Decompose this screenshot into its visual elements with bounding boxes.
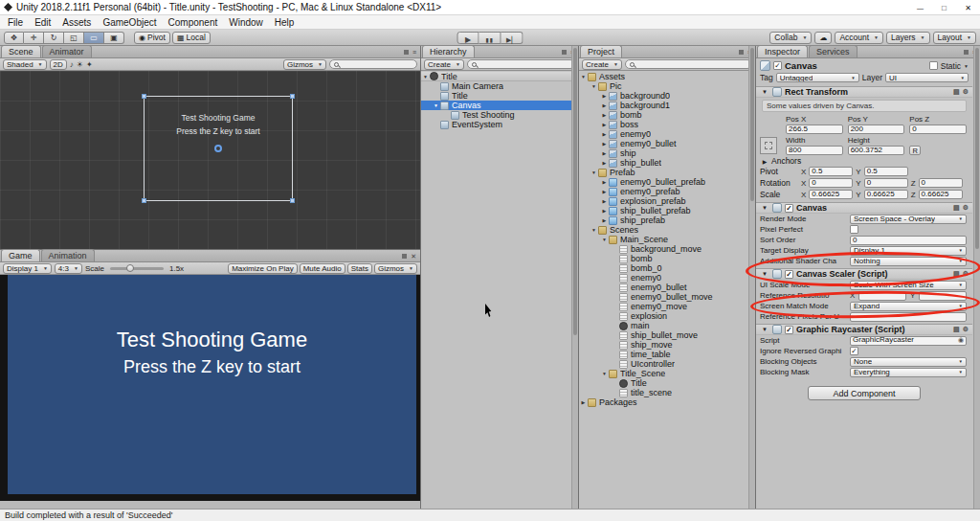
project-item-title[interactable]: Title [579,378,755,388]
enabled-checkbox[interactable] [785,270,793,279]
scene-gizmos-dropdown[interactable]: Gizmos [283,59,326,70]
mute-audio-button[interactable]: Mute Audio [300,263,345,274]
expand-arrow-icon[interactable]: ▶ [600,179,609,185]
project-item-title-scene[interactable]: title_scene [579,388,755,397]
hierarchy-scrollbar[interactable] [571,46,578,509]
project-item-enemy0-move[interactable]: enemy0_move [579,302,755,311]
expand-arrow-icon[interactable]: ▶ [600,122,609,127]
property-dropdown[interactable]: Expand [850,302,967,311]
gear-icon[interactable]: ⚙ [963,270,969,278]
local-toggle-button[interactable]: ▦Local [172,32,211,44]
expand-arrow-icon[interactable]: ▶ [600,160,609,166]
tab-game[interactable]: Game [1,249,40,261]
project-item-ship[interactable]: ▶ship [579,148,755,158]
cloud-button[interactable]: ☁ [814,32,832,44]
rotation-x-field[interactable]: 0 [809,178,853,188]
expand-arrow-icon[interactable]: ▶ [600,141,609,147]
maximize-on-play-button[interactable]: Maximize On Play [228,263,297,274]
tab-animation[interactable]: Animation [41,249,95,261]
project-item-ship-move[interactable]: ship_move [579,340,755,350]
scale-z-field[interactable]: 0.66625 [919,190,963,199]
scene-lighting-icon[interactable]: ☀ [77,60,83,69]
scene-viewport[interactable]: Test Shooting Game Press the Z key to st… [0,71,420,249]
close-button[interactable] [956,0,980,14]
menu-file[interactable]: File [2,17,29,28]
project-item-pic[interactable]: ▼Pic [579,81,755,91]
expand-arrow-icon[interactable]: ▶ [600,189,609,194]
gear-icon[interactable]: ⚙ [963,88,969,96]
menu-window[interactable]: Window [223,17,269,28]
project-item-background1[interactable]: ▶background1 [579,101,755,110]
expand-arrow-icon[interactable]: ▼ [600,237,609,242]
expand-arrow-icon[interactable]: ▼ [760,327,769,332]
move-tool-button[interactable]: ✛ [24,32,44,44]
expand-arrow-icon[interactable]: ▼ [579,74,588,79]
layout-button[interactable]: Layout [933,32,976,44]
gear-icon[interactable]: ⚙ [963,326,969,333]
expand-arrow-icon[interactable]: ▼ [590,170,598,175]
lock-icon[interactable] [402,254,407,259]
scrollbar-thumb[interactable] [750,48,754,201]
project-item-enemy0-bullet[interactable]: ▶enemy0_bullet [579,139,755,148]
hierarchy-item-title[interactable]: ▼Title [421,72,578,81]
project-item-enemy0[interactable]: enemy0 [579,273,755,283]
maximize-button[interactable] [932,0,956,14]
2d-toggle-button[interactable]: 2D [50,59,67,70]
project-item-bomb-0[interactable]: bomb_0 [579,263,755,273]
property-dropdown[interactable]: Display 1 [850,246,967,256]
project-item-prefab[interactable]: ▼Prefab [579,168,755,177]
project-create-button[interactable]: Create [582,59,622,70]
property-dropdown[interactable]: Everything [850,368,967,377]
scene-effects-icon[interactable]: ✦ [86,60,93,69]
project-item-enemy0[interactable]: ▶enemy0 [579,129,755,139]
stats-button[interactable]: Stats [347,263,372,274]
help-icon[interactable]: ▤ [953,326,960,333]
project-item-main-scene[interactable]: ▼Main_Scene [579,235,755,244]
project-search-input[interactable] [625,59,752,69]
scale-x-field[interactable]: 0.66625 [809,190,853,199]
expand-arrow-icon[interactable]: ▼ [421,74,430,79]
game-viewport[interactable]: Test Shooting Game Press the Z key to st… [0,275,420,501]
pivot-y-field[interactable]: 0.5 [864,167,908,176]
scene-audio-icon[interactable]: ♪ [70,60,74,69]
object-field[interactable]: GraphicRaycaster◉ [850,336,967,346]
project-item-ship-bullet-move[interactable]: ship_bullet_move [579,330,755,340]
expand-arrow-icon[interactable]: ▶ [600,131,609,137]
expand-arrow-icon[interactable]: ▼ [590,227,598,233]
expand-arrow-icon[interactable]: ▼ [590,83,598,89]
expand-arrow-icon[interactable]: ▶ [600,112,609,118]
pivot-handle[interactable] [214,145,222,152]
rect-tool-button[interactable]: ▭ [84,32,104,44]
lock-icon[interactable] [404,50,409,55]
tab-project[interactable]: Project [580,45,622,57]
hierarchy-item-main-camera[interactable]: Main Camera [421,81,578,91]
expand-arrow-icon[interactable]: ▶ [600,93,609,99]
expand-arrow-icon[interactable]: ▶ [760,158,769,165]
slider-thumb[interactable] [126,264,134,272]
pos-z-field[interactable]: 0 [909,125,967,134]
expand-arrow-icon[interactable]: ▶ [600,217,609,223]
menu-component[interactable]: Component [163,17,224,28]
help-icon[interactable]: ▤ [953,204,960,212]
panel-close-icon[interactable]: ✕ [411,253,416,260]
scene-search-input[interactable] [329,59,417,69]
active-checkbox[interactable] [773,61,782,70]
add-component-button[interactable]: Add Component [808,386,921,400]
property-field[interactable]: 0 [850,236,967,245]
enabled-checkbox[interactable] [785,204,793,213]
step-button[interactable] [501,32,523,44]
project-item-ship-prefab[interactable]: ▶ship_prefab [579,215,755,225]
expand-arrow-icon[interactable]: ▼ [600,371,609,376]
project-item-assets[interactable]: ▼Assets [579,72,755,81]
rect-handle[interactable] [290,198,295,203]
layer-dropdown[interactable]: UI [885,73,969,82]
project-item-explosion[interactable]: explosion [579,311,755,321]
project-item-background-move[interactable]: background_move [579,244,755,254]
scale-y-field[interactable]: 0.66625 [864,190,908,199]
pos-x-field[interactable]: 266.5 [786,125,843,134]
tab-inspector[interactable]: Inspector [757,45,808,57]
property-checkbox[interactable] [850,225,858,234]
pivot-x-field[interactable]: 0.5 [809,167,853,176]
rect-handle[interactable] [290,94,295,99]
project-item-enemy0-bullet-prefab[interactable]: ▶enemy0_bullet_prefab [579,177,755,187]
